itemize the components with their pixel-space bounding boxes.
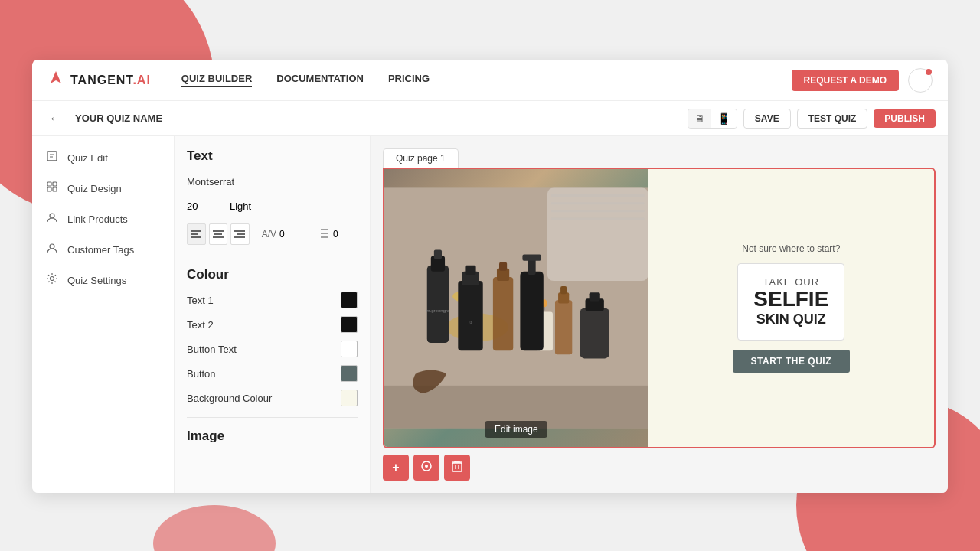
delete-block-button[interactable]: [444, 455, 470, 481]
logo: TANGENT.AI: [47, 70, 151, 90]
av-spacing-item: A/V: [262, 229, 304, 240]
svg-rect-43: [493, 277, 513, 350]
font-weight-select[interactable]: Light Regular Bold: [230, 199, 358, 214]
sidebar-item-quiz-edit[interactable]: Quiz Edit: [32, 142, 174, 173]
quiz-main-subtitle: SKIN QUIZ: [753, 311, 828, 328]
spacing-group: A/V: [262, 223, 358, 245]
nav-pricing[interactable]: PRICING: [388, 73, 430, 87]
colour-swatch-button[interactable]: [341, 365, 358, 382]
svg-point-10: [51, 277, 54, 281]
main-window: TANGENT.AI QUIZ BUILDER DOCUMENTATION PR…: [32, 60, 948, 493]
bottom-toolbar: +: [383, 455, 470, 481]
nav-documentation[interactable]: DOCUMENTATION: [276, 73, 364, 87]
sidebar-item-link-products-label: Link Products: [67, 214, 128, 225]
quiz-design-icon: [44, 181, 60, 196]
edit-image-overlay[interactable]: Edit image: [485, 421, 547, 438]
colour-swatch-text2[interactable]: [341, 316, 358, 333]
font-family-input[interactable]: [187, 173, 358, 191]
svg-point-9: [50, 244, 54, 249]
mobile-view-button[interactable]: 📱: [711, 109, 737, 128]
svg-rect-6: [47, 187, 51, 191]
svg-rect-51: [560, 286, 567, 294]
svg-rect-52: [580, 308, 609, 359]
copy-block-button[interactable]: [413, 455, 439, 481]
svg-point-8: [50, 214, 54, 218]
sidebar-item-quiz-edit-label: Quiz Edit: [67, 152, 108, 164]
font-size-input[interactable]: [187, 199, 224, 214]
back-button[interactable]: ←: [44, 108, 66, 129]
page-tab[interactable]: Quiz page 1: [383, 148, 459, 168]
sidebar-item-quiz-design[interactable]: Quiz Design: [32, 173, 174, 204]
svg-rect-50: [558, 292, 569, 303]
quiz-edit-icon: [44, 150, 60, 165]
sidebar-item-link-products[interactable]: Link Products: [32, 204, 174, 234]
publish-button[interactable]: PUBLISH: [874, 109, 936, 128]
quiz-image-side: m.greengra ②: [384, 169, 648, 447]
link-products-icon: [44, 211, 60, 227]
svg-rect-49: [555, 300, 572, 354]
svg-rect-48: [522, 255, 541, 261]
svg-marker-0: [51, 71, 61, 83]
colour-label-background: Background Colour: [187, 393, 272, 404]
sidebar-item-quiz-settings[interactable]: Quiz Settings: [32, 265, 174, 295]
add-icon: +: [392, 461, 399, 474]
colour-swatch-background[interactable]: [341, 390, 358, 406]
sidebar-item-customer-tags[interactable]: Customer Tags: [32, 234, 174, 265]
quiz-title-box: TAKE OUR SELFIE SKIN QUIZ: [737, 263, 844, 341]
svg-point-57: [425, 465, 428, 468]
colour-row-text2: Text 2: [187, 316, 358, 333]
align-group: A/V: [187, 223, 358, 245]
logo-icon: [47, 70, 64, 90]
line-spacing-icon: [319, 228, 330, 241]
avatar-dot: [926, 69, 932, 75]
align-right-button[interactable]: [230, 223, 250, 245]
align-left-button[interactable]: [187, 223, 206, 245]
test-quiz-button[interactable]: TEST QUIZ: [797, 109, 868, 129]
save-button[interactable]: SAVE: [743, 109, 791, 129]
nav-links: QUIZ BUILDER DOCUMENTATION PRICING: [181, 73, 792, 87]
colour-section-title: Colour: [187, 267, 358, 282]
preview-area: Quiz page 1: [371, 136, 948, 493]
av-spacing-input[interactable]: [279, 229, 304, 240]
delete-icon: [452, 460, 462, 475]
sidebar-item-quiz-design-label: Quiz Design: [67, 183, 122, 194]
add-block-button[interactable]: +: [383, 455, 409, 481]
colour-row-button-text: Button Text: [187, 341, 358, 357]
svg-rect-37: [434, 249, 442, 259]
svg-rect-45: [499, 262, 507, 271]
svg-rect-4: [47, 182, 51, 186]
view-toggle: 🖥 📱: [688, 109, 737, 129]
logo-text: TANGENT.AI: [70, 73, 151, 87]
line-spacing-item: [319, 228, 358, 241]
quiz-name: YOUR QUIZ NAME: [75, 112, 678, 124]
sub-nav-right: 🖥 📱 SAVE TEST QUIZ PUBLISH: [688, 109, 936, 129]
request-demo-button[interactable]: REQUEST A DEMO: [792, 70, 899, 91]
colour-label-text2: Text 2: [187, 319, 214, 331]
svg-rect-41: [465, 266, 475, 275]
svg-rect-39: [458, 281, 482, 350]
svg-rect-7: [53, 187, 57, 191]
svg-rect-46: [520, 272, 543, 350]
line-spacing-input[interactable]: [333, 229, 358, 240]
quiz-settings-icon: [44, 272, 60, 288]
sidebar: Quiz Edit Quiz Design Link Products Cust…: [32, 136, 175, 493]
divider-1: [187, 256, 358, 256]
svg-rect-24: [547, 187, 648, 281]
quiz-start-button[interactable]: START THE QUIZ: [733, 350, 850, 373]
quiz-subtitle: Not sure where to start?: [742, 243, 840, 254]
quiz-image-placeholder: m.greengra ②: [384, 169, 648, 447]
align-center-button[interactable]: [209, 223, 228, 245]
sidebar-item-customer-tags-label: Customer Tags: [67, 244, 134, 256]
svg-rect-1: [47, 152, 57, 161]
logo-suffix: .AI: [132, 73, 150, 86]
colour-swatch-text1[interactable]: [341, 292, 358, 308]
nav-quiz-builder[interactable]: QUIZ BUILDER: [181, 73, 252, 87]
colour-swatch-button-text[interactable]: [341, 341, 358, 357]
quiz-take-label: TAKE OUR: [753, 276, 828, 288]
customer-tags-icon: [44, 242, 60, 257]
av-spacing-label: A/V: [262, 229, 276, 240]
text-section-title: Text: [187, 148, 358, 164]
top-nav: TANGENT.AI QUIZ BUILDER DOCUMENTATION PR…: [32, 60, 948, 101]
colour-row-button: Button: [187, 365, 358, 382]
desktop-view-button[interactable]: 🖥: [688, 109, 711, 128]
